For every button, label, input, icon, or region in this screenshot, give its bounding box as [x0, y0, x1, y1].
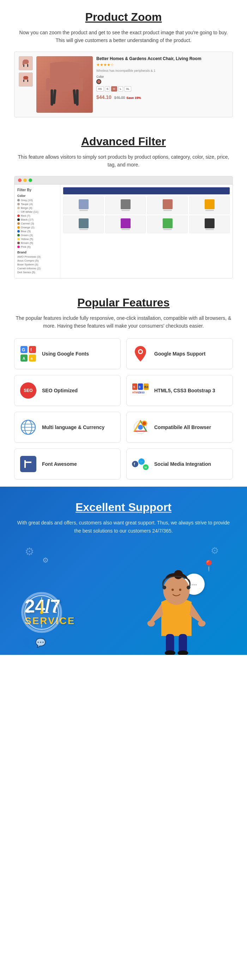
- size-m[interactable]: M: [111, 86, 117, 92]
- feature-html5: 5 3 B3 HTML5 CSS3 HTML5, CSS3 Bootstrap …: [126, 375, 233, 406]
- browser-maximize-dot: [28, 178, 32, 182]
- popular-features-desc: The popular features include fully respo…: [14, 314, 233, 330]
- filter-nav-bar: [63, 187, 230, 194]
- filter-product-3[interactable]: [147, 197, 188, 214]
- size-l[interactable]: L: [118, 86, 123, 92]
- social-svg: f 🐦 ✉: [131, 456, 149, 472]
- filter-product-8[interactable]: [189, 216, 230, 233]
- orange-dot: [17, 226, 20, 229]
- thumbnail-1[interactable]: [19, 56, 33, 70]
- person-icons: 👤 💬: [21, 638, 46, 648]
- filter-mockup: Filter By Color Grey (10) Taupe (4) Beig…: [14, 176, 233, 278]
- filter-products-grid: [63, 197, 230, 233]
- filter-product-2[interactable]: [105, 197, 146, 214]
- svg-rect-8: [79, 78, 83, 91]
- svg-rect-41: [26, 460, 32, 461]
- google-maps-icon: [131, 345, 149, 363]
- filter-layout: Filter By Color Grey (10) Taupe (4) Beig…: [14, 185, 233, 278]
- brown-dot: [17, 242, 20, 244]
- svg-text:a: a: [31, 356, 33, 361]
- svg-point-22: [139, 350, 142, 353]
- filter-color-taupe[interactable]: Taupe (4): [17, 202, 57, 206]
- filter-color-beige[interactable]: Beige (3): [17, 207, 57, 210]
- html5-label: HTML5, CSS3 Bootstrap 3: [154, 387, 215, 394]
- font-awesome-flag-svg: [23, 459, 33, 469]
- green-dot: [17, 234, 20, 236]
- google-fonts-icon: G f A a: [19, 345, 37, 363]
- compat-label: Compatibile All Browser: [154, 424, 211, 430]
- filter-main-content: [60, 185, 233, 278]
- product-zoom-section: Product Zoom Now you can zoom the produc…: [0, 0, 247, 124]
- filter-color-grey[interactable]: Grey (10): [17, 199, 57, 202]
- filter-color-yellow[interactable]: Yellow (5): [17, 237, 57, 241]
- product-price: $44.10 $46.00 Save 15%: [97, 94, 228, 100]
- svg-point-64: [187, 585, 190, 590]
- product-main-image: [36, 56, 93, 113]
- svg-rect-14: [29, 346, 36, 353]
- svg-text:✉: ✉: [144, 466, 147, 469]
- grey-dot: [17, 199, 20, 202]
- size-xs[interactable]: XS: [97, 86, 104, 92]
- chair-thumb-icon: [21, 58, 31, 68]
- google-maps-svg: [133, 345, 148, 362]
- product-zoom-desc: Now you can zoom the product and get to …: [14, 29, 233, 45]
- filter-color-black[interactable]: Black (17): [17, 218, 57, 221]
- filter-product-6[interactable]: [105, 216, 146, 233]
- compat-icon: [131, 418, 149, 436]
- product-color-swatch[interactable]: [97, 79, 101, 84]
- svg-point-65: [147, 620, 155, 627]
- filter-color-red[interactable]: Red (7): [17, 214, 57, 217]
- filter-color-carmel[interactable]: Carmel (3): [17, 222, 57, 225]
- filter-brand-asus[interactable]: Asus Compro (5): [17, 259, 57, 262]
- excellent-support-section: Excellent Support With great deals and o…: [0, 487, 247, 655]
- svg-text:f: f: [134, 462, 135, 466]
- product-old-price: $46.00: [114, 96, 125, 100]
- product-name: Better Homes & Gardens Accent Chair, Liv…: [97, 56, 228, 61]
- yellow-dot: [17, 238, 20, 240]
- filter-product-7[interactable]: [147, 216, 188, 233]
- svg-point-62: [179, 589, 181, 591]
- product-color-label: Color: [97, 75, 228, 78]
- filter-product-5[interactable]: [63, 216, 104, 233]
- filter-brand-amo[interactable]: AMO Processo (3): [17, 255, 57, 258]
- thumbnail-2[interactable]: [19, 72, 33, 87]
- svg-text:3: 3: [139, 385, 141, 389]
- filter-brand-carnet[interactable]: Carnet-Informo (2): [17, 267, 57, 270]
- globe-svg: [20, 419, 36, 435]
- person-icon-2: 💬: [35, 638, 46, 648]
- filter-product-4[interactable]: [189, 197, 230, 214]
- svg-rect-4: [23, 76, 28, 80]
- color-filter-label: Color: [17, 194, 57, 197]
- filter-color-brown[interactable]: Brown (5): [17, 241, 57, 245]
- product-current-price: $44.10: [97, 94, 111, 100]
- filter-color-green[interactable]: Green (3): [17, 234, 57, 237]
- browser-toolbar: [14, 177, 233, 185]
- product-thumbnails: [19, 56, 33, 87]
- filter-product-1[interactable]: [63, 197, 104, 214]
- social-icon: f 🐦 ✉: [131, 455, 149, 473]
- filter-color-offwhite[interactable]: Off White (11): [17, 210, 57, 213]
- red-dot: [17, 215, 20, 217]
- carmel-dot: [17, 222, 20, 225]
- size-s[interactable]: S: [105, 86, 110, 92]
- svg-rect-42: [26, 461, 32, 463]
- size-xl[interactable]: XL: [124, 86, 131, 92]
- svg-rect-3: [22, 61, 24, 65]
- html5-icon: 5 3 B3 HTML5 CSS3: [131, 382, 149, 399]
- blue-dot: [17, 230, 20, 232]
- filter-color-pink[interactable]: Pink (6): [17, 245, 57, 248]
- filter-brand-dell[interactable]: Dell Series (5): [17, 271, 57, 274]
- features-grid: G f A a Using Google Fonts Google Maps S…: [14, 338, 233, 480]
- filter-color-orange[interactable]: Orange (2): [17, 226, 57, 229]
- browser-close-dot: [18, 178, 22, 182]
- svg-point-59: [163, 576, 190, 605]
- chair-illustration: [43, 60, 86, 109]
- filter-color-blue[interactable]: Blue (5): [17, 230, 57, 233]
- svg-rect-5: [23, 80, 24, 82]
- feature-fontawesome: Font Awesome: [14, 449, 121, 480]
- feature-google-maps: Google Maps Support: [126, 338, 233, 369]
- google-fonts-label: Using Google Fonts: [42, 351, 89, 357]
- filter-brand-bose[interactable]: Bose System (3): [17, 263, 57, 266]
- svg-point-58: [40, 611, 43, 614]
- pink-dot: [17, 246, 20, 248]
